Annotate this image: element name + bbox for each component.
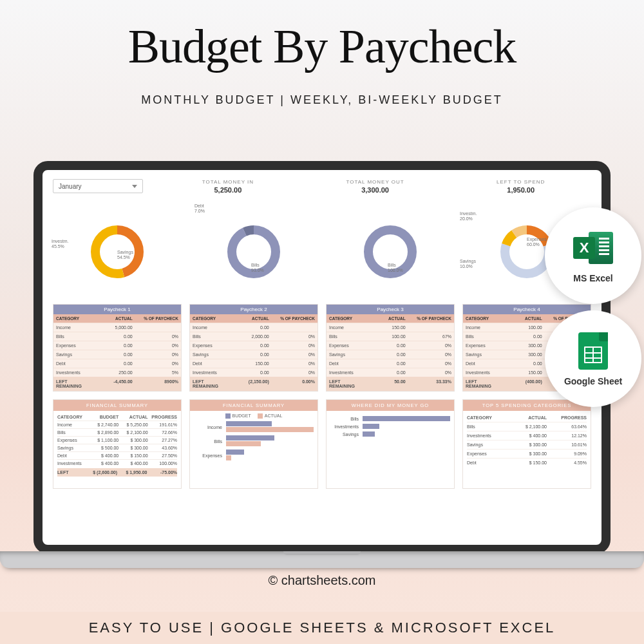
table-row: Expenses0.000%	[53, 341, 181, 350]
panel-row: FINANCIAL SUMMARY CATEGORYBUDGETACTUALPR…	[53, 399, 591, 489]
kpi-money-out: TOTAL MONEY OUT 3,300.00	[346, 179, 404, 194]
bar-label: Expenses	[194, 453, 222, 458]
legend: BUDGET ACTUAL	[194, 413, 314, 419]
table-row: Bills$ 2,890.00$ 2,100.0072.66%	[57, 428, 177, 436]
table-header: CATEGORYACTUALPROGRESS	[467, 413, 587, 422]
kpi-value: 1,950.00	[497, 186, 545, 194]
table-row: Debt$ 400.00$ 150.0027.50%	[57, 451, 177, 459]
panel-title: WHERE DID MY MONEY GO	[327, 400, 454, 411]
app-badges: X MS Excel Google Sheet	[545, 207, 641, 407]
month-dropdown[interactable]: January	[53, 179, 143, 193]
money-go-bars: Bills Investments Savings	[330, 416, 450, 437]
bar-label: Bills	[330, 417, 359, 421]
paycheck-title: Paycheck 3	[327, 305, 454, 314]
excel-icon: X	[573, 228, 613, 268]
laptop-mockup: January TOTAL MONEY IN 5,250.00 TOTAL MO…	[33, 161, 611, 554]
paycheck-card: Paycheck 2CATEGORYACTUAL% OF PAYCHECKInc…	[189, 304, 318, 392]
table-row: Bills$ 2,100.0063.64%	[467, 422, 587, 431]
paycheck-title: Paycheck 1	[53, 305, 181, 314]
fs-table: CATEGORYBUDGETACTUALPROGRESSIncome$ 2,74…	[53, 411, 181, 488]
table-footer: LEFT REMAINING-4,450.008900%	[53, 377, 181, 391]
table-row: Savings0.000%	[53, 350, 181, 359]
kpi-label: LEFT TO SPEND	[497, 179, 545, 185]
legend-swatch-icon	[225, 413, 231, 419]
bar-budget	[226, 450, 244, 455]
donut-label: Debt7.0%	[194, 204, 205, 213]
legend-item: ACTUAL	[258, 413, 283, 419]
paycheck-card: Paycheck 1CATEGORYACTUAL% OF PAYCHECKInc…	[53, 304, 182, 392]
bar-label: Savings	[330, 432, 359, 437]
donut-charts-row: Investm.45.5%Savings54.5%Debt7.0%Bills93…	[53, 204, 591, 300]
kpi-money-in: TOTAL MONEY IN 5,250.00	[202, 179, 254, 194]
gsheet-badge: Google Sheet	[545, 310, 641, 407]
chart-bar-row: Investments	[330, 424, 450, 429]
kpi-label: TOTAL MONEY IN	[202, 179, 254, 185]
table-row: Investments0.000%	[190, 368, 317, 377]
bar-value	[363, 431, 375, 437]
table-row: Investments0.000%	[327, 368, 454, 377]
chart-bar-row: Expenses	[194, 450, 314, 461]
table-row: Income5,000.00	[53, 323, 181, 332]
bar-actual	[226, 455, 231, 460]
kpi-label: TOTAL MONEY OUT	[346, 179, 404, 185]
paycheck-title: Paycheck 2	[190, 305, 317, 314]
panel-body: Bills Investments Savings	[327, 411, 454, 488]
donut-label: Bills100.0%	[388, 263, 403, 272]
top-spending-panel: TOP 5 SPENDING CATEGORIES CATEGORYACTUAL…	[462, 399, 591, 489]
table-header: CATEGORYACTUAL% OF PAYCHECK	[190, 314, 317, 323]
legend-text: BUDGET	[232, 413, 251, 418]
table-row: Savings0.000%	[190, 350, 317, 359]
table-row: Income150.00	[327, 323, 454, 332]
page-subtitle: MONTHLY BUDGET | WEEKLY, BI-WEEKLY BUDGE…	[0, 93, 644, 107]
bar-value	[363, 416, 450, 421]
panel-title: FINANCIAL SUMMARY	[190, 400, 317, 411]
gsheet-icon	[573, 331, 613, 371]
table-row: Expenses$ 300.009.09%	[467, 449, 587, 458]
bar-label: Bills	[194, 439, 222, 444]
kpi-left: LEFT TO SPEND 1,950.00	[497, 179, 545, 194]
page-title: Budget By Paycheck	[0, 19, 644, 74]
table-row: Bills2,000.000%	[190, 332, 317, 341]
table-row: Savings0.000%	[327, 350, 454, 359]
table-row: Income$ 2,740.00$ 5,250.00191.61%	[57, 421, 177, 428]
donut-label: Savings10.0%	[460, 259, 476, 269]
table-row: Debt$ 150.004.55%	[467, 458, 587, 467]
kpi-value: 3,300.00	[346, 186, 404, 194]
laptop-bezel: January TOTAL MONEY IN 5,250.00 TOTAL MO…	[33, 161, 611, 554]
kpi-value: 5,250.00	[202, 186, 254, 194]
table-row: Income0.00	[190, 323, 317, 332]
donut-cell: Debt7.0%Bills93.0%	[189, 204, 318, 300]
legend-text: ACTUAL	[265, 413, 283, 418]
chart-bar-row: Income	[194, 421, 314, 433]
donut-label: Investm.20.0%	[460, 211, 477, 221]
chart-bar-row: Bills	[330, 416, 450, 421]
table-header: CATEGORYACTUAL% OF PAYCHECK	[53, 314, 181, 323]
table-footer: LEFT REMAINING50.0033.33%	[327, 377, 454, 391]
laptop-base	[0, 551, 644, 568]
bar-label: Investments	[330, 424, 359, 429]
table-footer: LEFT REMAINING(2,150.00)0.00%	[190, 377, 317, 391]
paycheck-tables-row: Paycheck 1CATEGORYACTUAL% OF PAYCHECKInc…	[53, 304, 591, 392]
legend-item: BUDGET	[225, 413, 251, 419]
table-row: Debt0.000%	[53, 359, 181, 368]
bar-actual	[226, 427, 314, 432]
table-row: Investments$ 400.00$ 400.00100.00%	[57, 459, 177, 467]
bar-label: Income	[194, 425, 222, 430]
kpi-row: TOTAL MONEY IN 5,250.00 TOTAL MONEY OUT …	[156, 179, 591, 194]
table-row: Investments$ 400.0012.12%	[467, 431, 587, 440]
table-header: CATEGORYACTUAL% OF PAYCHECK	[327, 314, 454, 323]
table-row: Investments250.005%	[53, 368, 181, 377]
donut-chart	[358, 220, 422, 284]
footer-band: EASY TO USE | GOOGLE SHEETS & MICROSOFT …	[0, 612, 644, 644]
table-footer: LEFT$ (2,600.00)$ 1,950.00-75.00%	[57, 468, 177, 477]
dashboard-screen: January TOTAL MONEY IN 5,250.00 TOTAL MO…	[46, 174, 598, 541]
copyright-text: © chartsheets.com	[0, 573, 644, 588]
financial-summary-table-panel: FINANCIAL SUMMARY CATEGORYBUDGETACTUALPR…	[53, 399, 182, 489]
table-row: Savings$ 500.00$ 300.0043.60%	[57, 444, 177, 451]
bar-budget	[226, 421, 272, 426]
donut-chart	[222, 220, 286, 284]
badge-caption: MS Excel	[573, 273, 612, 283]
month-dropdown-value: January	[59, 183, 82, 190]
chevron-down-icon	[132, 185, 137, 188]
panel-body: BUDGET ACTUAL Income Bills	[190, 411, 317, 488]
